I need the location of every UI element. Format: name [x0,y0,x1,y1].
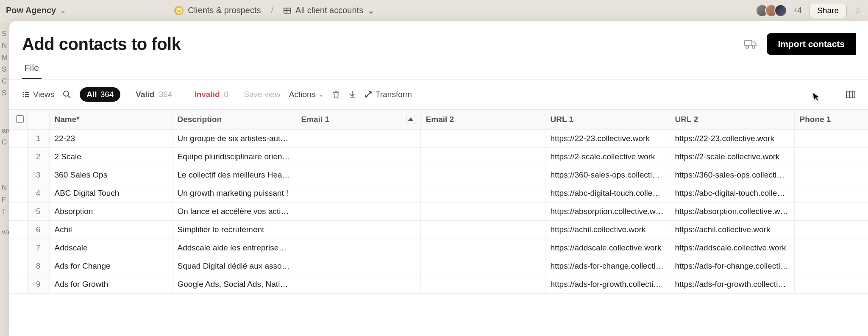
cell-description[interactable]: Squad Digital dédié aux associ… [172,257,296,275]
select-all-cell[interactable] [9,110,27,130]
cell-url2[interactable]: https://360-sales-ops.collecti… [670,166,794,184]
cell-name[interactable]: Addscale [49,239,172,257]
cell-description[interactable]: Simplifier le recrutement [172,221,296,239]
cell-name[interactable]: 360 Sales Ops [49,166,172,184]
cell-email2[interactable] [420,148,545,166]
actions-menu[interactable]: Actions ⌄ [289,90,324,99]
cell-url1[interactable]: https://ads-for-change.collecti… [545,257,670,275]
cell-email2[interactable] [420,166,545,184]
cell-description[interactable]: Le collectif des meilleurs Head… [172,166,296,184]
cell-name[interactable]: ABC Digital Touch [49,184,172,203]
cell-phone1[interactable] [794,257,868,275]
cell-phone1[interactable] [794,166,868,184]
cell-description[interactable]: Un growth marketing puissant ! [172,184,296,203]
filter-invalid[interactable]: Invalid 0 [187,87,235,102]
table-row[interactable]: 5AbsorptionOn lance et accélère vos acti… [9,203,868,221]
cell-email2[interactable] [420,184,545,203]
cell-url1[interactable]: https://abc-digital-touch.colle… [545,184,670,203]
cell-url1[interactable]: https://absorption.collective.w… [545,203,670,221]
cell-description[interactable]: On lance et accélère vos activi… [172,203,296,221]
table-row[interactable]: 8Ads for ChangeSquad Digital dédié aux a… [9,257,868,275]
col-phone1[interactable]: Phone 1 [794,110,868,130]
cell-email1[interactable] [296,221,420,239]
cell-email1[interactable] [296,148,420,166]
presence-avatars[interactable] [759,4,787,17]
views-button[interactable]: Views [22,90,54,99]
table-row[interactable]: 22 ScaleEquipe pluridisciplinaire orient… [9,148,868,166]
cell-description[interactable]: Un groupe de six artistes-aute… [172,130,296,148]
cell-phone1[interactable] [794,239,868,257]
row-select-cell[interactable] [9,221,27,239]
row-select-cell[interactable] [9,130,27,148]
cell-phone1[interactable] [794,203,868,221]
cell-phone1[interactable] [794,148,868,166]
cell-email1[interactable] [296,130,420,148]
cell-email1[interactable] [296,239,420,257]
transform-button[interactable]: Transform [364,90,412,99]
cell-email2[interactable] [420,221,545,239]
columns-icon[interactable] [846,91,855,98]
cell-email1[interactable] [296,184,420,203]
cell-name[interactable]: Ads for Growth [49,275,172,294]
table-row[interactable]: 7AddscaleAddscale aide les entreprises …… [9,239,868,257]
cell-url2[interactable]: https://achil.collective.work [670,221,794,239]
cell-email2[interactable] [420,257,545,275]
col-url1[interactable]: URL 1 [545,110,670,130]
cell-phone1[interactable] [794,130,868,148]
table-row[interactable]: 9Ads for GrowthGoogle Ads, Social Ads, N… [9,275,868,294]
cell-phone1[interactable] [794,184,868,203]
cell-description[interactable]: Addscale aide les entreprises … [172,239,296,257]
col-name[interactable]: Name* [49,110,172,130]
cell-email1[interactable] [296,275,420,294]
table-row[interactable]: 4ABC Digital TouchUn growth marketing pu… [9,184,868,203]
select-all-checkbox[interactable] [16,115,24,123]
delete-icon[interactable] [332,90,340,99]
cell-url1[interactable]: https://ads-for-growth.collecti… [545,275,670,294]
cell-url1[interactable]: https://360-sales-ops.collecti… [545,166,670,184]
cell-email1[interactable] [296,203,420,221]
cell-url2[interactable]: https://2-scale.collective.work [670,148,794,166]
breadcrumb-clients[interactable]: 🌝 Clients & prospects [172,4,263,17]
cell-url2[interactable]: https://ads-for-growth.collecti… [670,275,794,294]
cell-name[interactable]: Achil [49,221,172,239]
cell-url1[interactable]: https://2-scale.collective.work [545,148,670,166]
star-icon[interactable]: ☆ [854,6,862,16]
search-icon[interactable] [63,90,71,99]
filter-all[interactable]: All 364 [80,87,120,102]
col-url2[interactable]: URL 2 [670,110,794,130]
cell-url2[interactable]: https://addscale.collective.work [670,239,794,257]
cell-phone1[interactable] [794,221,868,239]
cell-name[interactable]: 2 Scale [49,148,172,166]
cell-url2[interactable]: https://absorption.collective.w… [670,203,794,221]
cell-name[interactable]: Ads for Change [49,257,172,275]
cell-url1[interactable]: https://addscale.collective.work [545,239,670,257]
workspace-switcher[interactable]: Pow Agency ⌄ [6,6,66,15]
col-description[interactable]: Description [172,110,296,130]
cell-phone1[interactable] [794,275,868,294]
row-select-cell[interactable] [9,257,27,275]
cell-url2[interactable]: https://abc-digital-touch.colle… [670,184,794,203]
cell-email2[interactable] [420,203,545,221]
col-email1[interactable]: Email 1 [296,110,420,130]
cell-email2[interactable] [420,130,545,148]
cell-url1[interactable]: https://22-23.collective.work [545,130,670,148]
breadcrumb-view[interactable]: All client accounts ⌄ [281,4,377,17]
cell-description[interactable]: Equipe pluridisciplinaire orient… [172,148,296,166]
cell-url2[interactable]: https://ads-for-change.collecti… [670,257,794,275]
row-select-cell[interactable] [9,148,27,166]
cell-email2[interactable] [420,239,545,257]
cell-description[interactable]: Google Ads, Social Ads, Nativ… [172,275,296,294]
table-row[interactable]: 3360 Sales OpsLe collectif des meilleurs… [9,166,868,184]
download-icon[interactable] [348,90,356,99]
row-select-cell[interactable] [9,203,27,221]
cell-email1[interactable] [296,166,420,184]
cell-name[interactable]: Absorption [49,203,172,221]
import-contacts-button[interactable]: Import contacts [767,33,856,55]
row-select-cell[interactable] [9,275,27,294]
cell-name[interactable]: 22-23 [49,130,172,148]
sort-asc-icon[interactable] [406,115,415,124]
data-grid[interactable]: Name* Description Email 1 Email 2 URL 1 … [9,109,868,336]
cell-url1[interactable]: https://achil.collective.work [545,221,670,239]
row-select-cell[interactable] [9,166,27,184]
filter-valid[interactable]: Valid 364 [129,87,179,102]
